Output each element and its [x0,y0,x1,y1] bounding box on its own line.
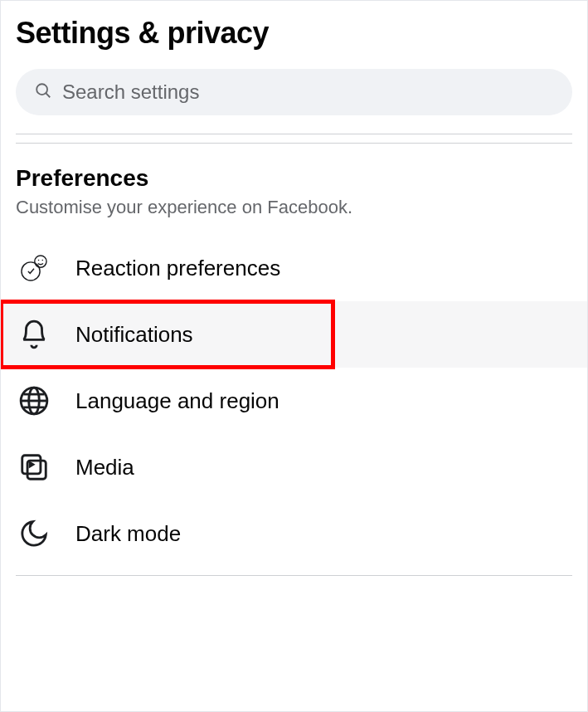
menu-item-dark-mode[interactable]: Dark mode [1,500,587,567]
menu-item-label: Media [75,455,134,480]
media-icon [16,449,52,485]
divider [16,575,572,576]
menu-item-label: Dark mode [75,521,181,547]
preferences-subtitle: Customise your experience on Facebook. [16,197,572,218]
divider [16,134,572,134]
globe-icon [16,383,52,419]
menu-item-label: Notifications [75,322,193,348]
divider [16,143,572,144]
menu-item-label: Reaction preferences [75,256,280,281]
menu-item-language-region[interactable]: Language and region [1,368,587,434]
svg-point-0 [36,84,47,95]
svg-line-1 [46,93,50,97]
search-input-wrapper[interactable] [16,69,572,115]
preferences-title: Preferences [16,165,572,192]
menu-item-media[interactable]: Media [1,434,587,500]
menu-item-reaction-preferences[interactable]: Reaction preferences [1,235,587,301]
reaction-icon [16,250,52,286]
menu-item-label: Language and region [75,388,279,414]
moon-icon [16,515,52,552]
svg-point-2 [22,262,40,280]
bell-icon [16,316,52,353]
page-title: Settings & privacy [16,16,572,51]
svg-point-4 [38,260,40,261]
search-input[interactable] [62,80,554,104]
preferences-menu: Reaction preferences Notifications Langu… [1,235,587,567]
menu-item-notifications[interactable]: Notifications [1,301,587,368]
svg-point-3 [35,256,46,267]
svg-point-5 [42,260,44,261]
search-icon [34,81,62,103]
